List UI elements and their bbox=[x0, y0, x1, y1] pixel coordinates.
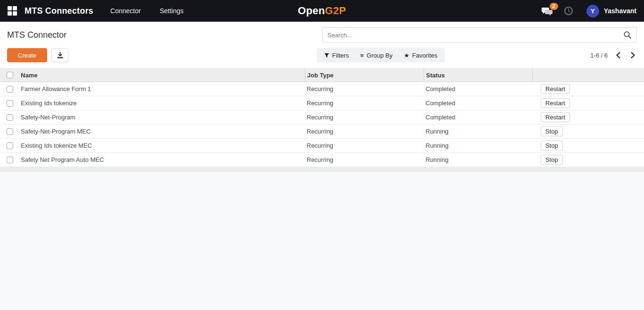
restart-button[interactable]: Restart bbox=[541, 112, 570, 122]
download-icon bbox=[57, 52, 64, 59]
table-row[interactable]: Existing Ids tokenize Recurring Complete… bbox=[0, 96, 644, 110]
row-checkbox[interactable] bbox=[7, 86, 13, 92]
filters-button[interactable]: Filters bbox=[319, 48, 353, 62]
stop-button[interactable]: Stop bbox=[541, 126, 563, 136]
select-all-checkbox[interactable] bbox=[7, 72, 13, 78]
cell-name[interactable]: Safety-Net-Program bbox=[20, 114, 305, 121]
restart-button[interactable]: Restart bbox=[541, 84, 570, 94]
cell-status[interactable]: Running bbox=[424, 128, 532, 135]
menu-settings[interactable]: Settings bbox=[159, 7, 184, 15]
user-menu[interactable]: Y Yashavant bbox=[586, 5, 636, 17]
cell-name[interactable]: Safety-Net-Program MEC bbox=[20, 128, 305, 135]
header-job-type[interactable]: Job Type bbox=[305, 68, 424, 82]
chevron-left-icon bbox=[615, 52, 621, 59]
table-row[interactable]: Safety-Net-Program Recurring Completed R… bbox=[0, 110, 644, 125]
group-by-icon: ≡ bbox=[360, 52, 364, 59]
stop-button[interactable]: Stop bbox=[541, 141, 563, 151]
connector-list: Name Job Type Status Farmer Allowance Fo… bbox=[0, 68, 644, 172]
row-checkbox[interactable] bbox=[7, 142, 13, 149]
table-row[interactable]: Existing Ids tokenize MEC Recurring Runn… bbox=[0, 139, 644, 153]
pager-next-button[interactable] bbox=[629, 51, 637, 59]
table-row[interactable]: Farmer Allowance Form 1 Recurring Comple… bbox=[0, 82, 644, 96]
openg2p-logo: OpenG2P bbox=[298, 5, 346, 17]
cell-job-type[interactable]: Recurring bbox=[305, 156, 424, 163]
row-checkbox[interactable] bbox=[7, 157, 13, 163]
pager-previous-button[interactable] bbox=[614, 51, 622, 59]
menu-connector[interactable]: Connector bbox=[110, 7, 141, 15]
cell-job-type[interactable]: Recurring bbox=[305, 114, 424, 121]
cell-status[interactable]: Completed bbox=[424, 100, 532, 107]
navbar-menus: Connector Settings bbox=[110, 7, 184, 15]
search-box bbox=[322, 27, 637, 42]
filter-funnel-icon bbox=[324, 53, 329, 58]
cell-name[interactable]: Existing Ids tokenize MEC bbox=[20, 142, 305, 149]
apps-grid-icon[interactable] bbox=[8, 6, 17, 16]
cell-name[interactable]: Safety Net Program Auto MEC bbox=[20, 156, 305, 163]
logo-text-g2p: G2P bbox=[325, 5, 346, 17]
header-status[interactable]: Status bbox=[424, 68, 532, 82]
search-input[interactable] bbox=[327, 32, 623, 39]
export-button[interactable] bbox=[51, 48, 68, 62]
list-footer-strip bbox=[0, 167, 644, 172]
top-navbar: MTS Connectors Connector Settings OpenG2… bbox=[0, 0, 644, 22]
messages-badge: 2 bbox=[550, 3, 558, 10]
row-checkbox[interactable] bbox=[7, 100, 13, 107]
breadcrumb: MTS Connector bbox=[7, 30, 67, 40]
search-options-bar: Filters ≡ Group By ★ Favorites bbox=[317, 48, 445, 62]
group-by-button[interactable]: ≡ Group By bbox=[355, 48, 397, 62]
row-checkbox[interactable] bbox=[7, 114, 13, 121]
logo-text-open: Open bbox=[298, 5, 325, 17]
cell-status[interactable]: Running bbox=[424, 156, 532, 163]
favorites-button[interactable]: ★ Favorites bbox=[399, 48, 442, 62]
cell-job-type[interactable]: Recurring bbox=[305, 85, 424, 92]
cell-name[interactable]: Existing Ids tokenize bbox=[20, 100, 305, 107]
create-button[interactable]: Create bbox=[7, 48, 47, 62]
cell-job-type[interactable]: Recurring bbox=[305, 100, 424, 107]
messages-icon[interactable]: 2 bbox=[541, 6, 553, 16]
cell-job-type[interactable]: Recurring bbox=[305, 128, 424, 135]
pager-range: 1-6 / 6 bbox=[590, 52, 608, 59]
header-actions bbox=[532, 68, 644, 82]
avatar: Y bbox=[586, 5, 599, 17]
row-checkbox[interactable] bbox=[7, 128, 13, 135]
cell-name[interactable]: Farmer Allowance Form 1 bbox=[20, 85, 305, 92]
favorites-star-icon: ★ bbox=[404, 52, 410, 59]
cell-job-type[interactable]: Recurring bbox=[305, 142, 424, 149]
favorites-label: Favorites bbox=[412, 52, 437, 59]
user-name: Yashavant bbox=[604, 7, 636, 15]
restart-button[interactable]: Restart bbox=[541, 98, 570, 108]
clock-icon bbox=[564, 6, 573, 16]
filters-label: Filters bbox=[332, 52, 349, 59]
search-icon[interactable] bbox=[623, 31, 632, 39]
chevron-right-icon bbox=[630, 52, 636, 59]
app-title: MTS Connectors bbox=[25, 6, 93, 16]
header-name[interactable]: Name bbox=[20, 72, 305, 79]
table-row[interactable]: Safety Net Program Auto MEC Recurring Ru… bbox=[0, 153, 644, 167]
cell-status[interactable]: Running bbox=[424, 142, 532, 149]
table-header-row: Name Job Type Status bbox=[0, 68, 644, 82]
control-panel: MTS Connector Create Filters bbox=[0, 22, 644, 68]
table-row[interactable]: Safety-Net-Program MEC Recurring Running… bbox=[0, 125, 644, 139]
pager: 1-6 / 6 bbox=[590, 51, 637, 59]
cell-status[interactable]: Completed bbox=[424, 114, 532, 121]
stop-button[interactable]: Stop bbox=[541, 155, 563, 165]
group-by-label: Group By bbox=[367, 52, 393, 59]
cell-status[interactable]: Completed bbox=[424, 85, 532, 92]
activities-clock-icon[interactable] bbox=[564, 6, 573, 16]
